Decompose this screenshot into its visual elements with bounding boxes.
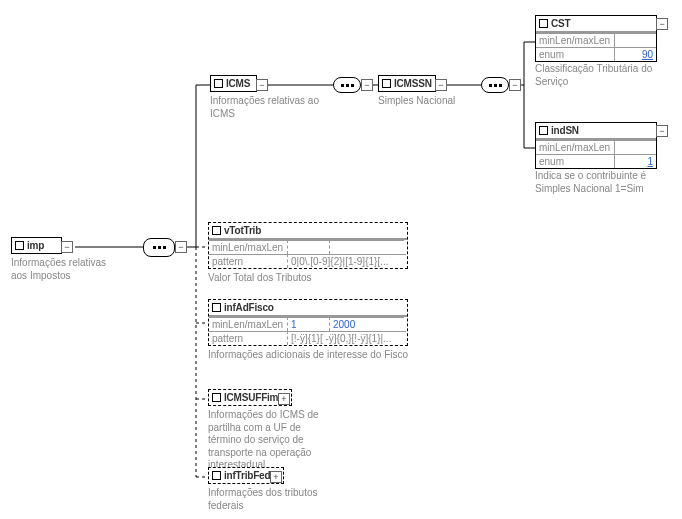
node-icms[interactable]: ICMS bbox=[210, 75, 257, 92]
node-title: ICMSUFFim bbox=[224, 392, 278, 403]
caption-imp: Informações relativas aos Impostos bbox=[11, 257, 121, 282]
expand-toggle-icmsuffim[interactable] bbox=[278, 393, 290, 405]
attr-value: [!-ÿ]{1}[ -ÿ]{0,}[!-ÿ]{1}|... bbox=[288, 331, 406, 345]
attr-key: enum bbox=[536, 154, 615, 168]
expand-toggle-imp[interactable] bbox=[61, 241, 73, 253]
attribute-marker bbox=[212, 471, 221, 480]
expand-toggle-inftribfed[interactable] bbox=[270, 471, 282, 483]
attr-value[interactable]: 1 bbox=[615, 154, 656, 168]
expand-toggle-conn2[interactable] bbox=[361, 79, 373, 91]
node-title: infTribFed bbox=[224, 470, 270, 481]
node-title: infAdFisco bbox=[224, 302, 274, 313]
expand-toggle-cst[interactable] bbox=[656, 18, 668, 30]
node-icmssn[interactable]: ICMSSN bbox=[378, 75, 436, 92]
node-cst[interactable]: CST minLen/maxLen enum 90 bbox=[535, 15, 657, 62]
attr-value bbox=[288, 240, 330, 254]
attribute-marker bbox=[382, 79, 391, 88]
attr-value: 0|0\.[0-9]{2}|[1-9]{1}[... bbox=[288, 254, 406, 268]
caption-icms: Informações relativas ao ICMS bbox=[210, 95, 320, 120]
attribute-marker bbox=[212, 393, 221, 402]
attr-key: pattern bbox=[209, 254, 288, 268]
attr-value: 1 bbox=[288, 317, 330, 331]
attribute-marker bbox=[539, 19, 548, 28]
attr-value[interactable]: 90 bbox=[615, 47, 656, 61]
attr-key: enum bbox=[536, 47, 615, 61]
node-title: vTotTrib bbox=[224, 225, 261, 236]
attribute-marker bbox=[539, 126, 548, 135]
caption-vtottrib: Valor Total dos Tributos bbox=[208, 272, 408, 285]
choice-connector-2 bbox=[333, 77, 361, 93]
caption-indsn: Indica se o contribuinte é Simples Nacio… bbox=[535, 170, 665, 195]
expand-toggle-icms[interactable] bbox=[256, 79, 268, 91]
node-title: imp bbox=[27, 240, 44, 251]
attr-key: minLen/maxLen bbox=[536, 140, 615, 154]
node-title: ICMSSN bbox=[394, 78, 432, 89]
attr-key: pattern bbox=[209, 331, 288, 345]
node-title: ICMS bbox=[226, 78, 250, 89]
attr-key: minLen/maxLen bbox=[209, 317, 288, 331]
sequence-connector-3 bbox=[481, 77, 509, 93]
caption-icmssn: Simples Nacional bbox=[378, 95, 468, 108]
node-vtottrib[interactable]: vTotTrib minLen/maxLen pattern 0|0\.[0-9… bbox=[208, 222, 408, 269]
expand-toggle-conn3[interactable] bbox=[509, 79, 521, 91]
attr-value: 2000 bbox=[330, 317, 404, 331]
caption-inftribfed: Informações dos tributos federais bbox=[208, 487, 328, 512]
node-title: indSN bbox=[551, 125, 579, 136]
attribute-marker bbox=[212, 303, 221, 312]
expand-toggle-icmssn[interactable] bbox=[435, 79, 447, 91]
node-infadfisco[interactable]: infAdFisco minLen/maxLen 1 2000 pattern … bbox=[208, 299, 408, 346]
attribute-marker bbox=[212, 226, 221, 235]
node-title: CST bbox=[551, 18, 570, 29]
expand-toggle-seq1[interactable] bbox=[175, 241, 187, 253]
attribute-marker bbox=[15, 241, 24, 250]
attr-key: minLen/maxLen bbox=[209, 240, 288, 254]
expand-toggle-indsn[interactable] bbox=[656, 125, 668, 137]
attr-value bbox=[330, 240, 404, 254]
attribute-marker bbox=[214, 79, 223, 88]
node-imp[interactable]: imp bbox=[11, 237, 62, 254]
node-indsn[interactable]: indSN minLen/maxLen enum 1 bbox=[535, 122, 657, 169]
sequence-connector-1 bbox=[143, 238, 175, 257]
caption-cst: Classificação Tributária do Serviço bbox=[535, 63, 660, 88]
caption-icmsuffim: Informações do ICMS de partilha com a UF… bbox=[208, 409, 328, 472]
attr-key: minLen/maxLen bbox=[536, 33, 615, 47]
caption-infadfisco: Informações adicionais de interesse do F… bbox=[208, 349, 428, 362]
